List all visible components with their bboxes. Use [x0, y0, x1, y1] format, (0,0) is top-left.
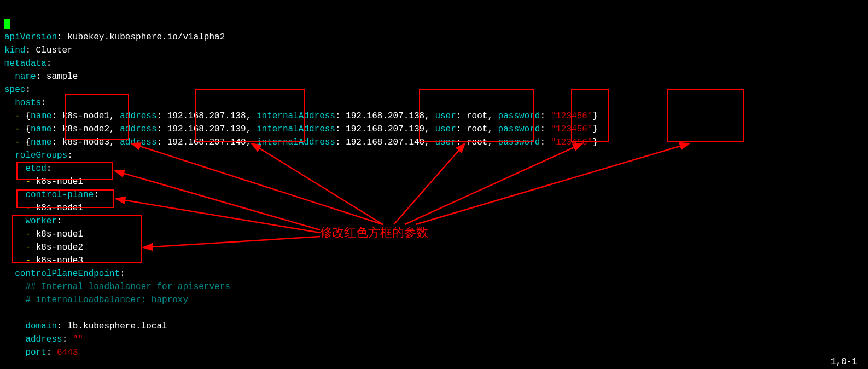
- yaml-value: 6443: [57, 348, 78, 358]
- cursor-icon: [4, 19, 10, 29]
- worker-node: k8s-node2: [36, 243, 83, 252]
- host-address-val: 192.168.207.138: [167, 111, 246, 121]
- yaml-key: domain: [25, 321, 57, 331]
- host-internal-key: internalAddress: [257, 111, 335, 121]
- yaml-key: hosts: [15, 98, 41, 108]
- host-user-key: user: [435, 111, 456, 121]
- worker-node: k8s-node3: [36, 256, 83, 266]
- yaml-key: worker: [25, 216, 57, 226]
- yaml-value: kubekey.kubesphere.io/v1alpha2: [67, 32, 225, 42]
- yaml-comment: ## Internal loadbalancer for apiservers: [25, 282, 230, 292]
- host-name-val: k8s-node1: [62, 111, 109, 121]
- worker-node: k8s-node1: [36, 229, 83, 239]
- yaml-value: Cluster: [36, 45, 73, 55]
- yaml-key: metadata: [4, 59, 46, 68]
- yaml-value: "": [73, 335, 83, 344]
- yaml-key: apiVersion: [4, 32, 57, 42]
- yaml-key: roleGroups: [15, 151, 67, 160]
- host-password-key: password: [498, 111, 540, 121]
- etcd-node: k8s-node1: [36, 177, 83, 187]
- host-address-key: address: [120, 111, 156, 121]
- host-internal-val: 192.168.207.138: [346, 111, 424, 121]
- yaml-key: kind: [4, 45, 25, 55]
- yaml-key: name: [15, 72, 36, 82]
- yaml-key: control-plane: [25, 190, 94, 200]
- yaml-key: etcd: [25, 164, 46, 174]
- yaml-comment: # internalLoadbalancer: haproxy: [25, 295, 188, 305]
- annotation-label: 修改红色方框的参数: [320, 224, 428, 241]
- yaml-value: lb.kubesphere.local: [67, 321, 167, 331]
- yaml-key: controlPlaneEndpoint: [15, 269, 120, 279]
- yaml-value: sample: [46, 72, 78, 82]
- host-password-val: "123456": [551, 111, 593, 121]
- yaml-key: address: [25, 335, 62, 344]
- host-user-val: root: [467, 111, 487, 121]
- terminal-editor[interactable]: apiVersion: kubekey.kubesphere.io/v1alph…: [0, 0, 868, 364]
- editor-status: 1,0-1: [831, 357, 857, 367]
- yaml-key: port: [25, 348, 46, 358]
- host-name-key: name: [31, 111, 51, 121]
- controlplane-node: k8s-node1: [36, 203, 83, 213]
- yaml-key: spec: [4, 85, 25, 95]
